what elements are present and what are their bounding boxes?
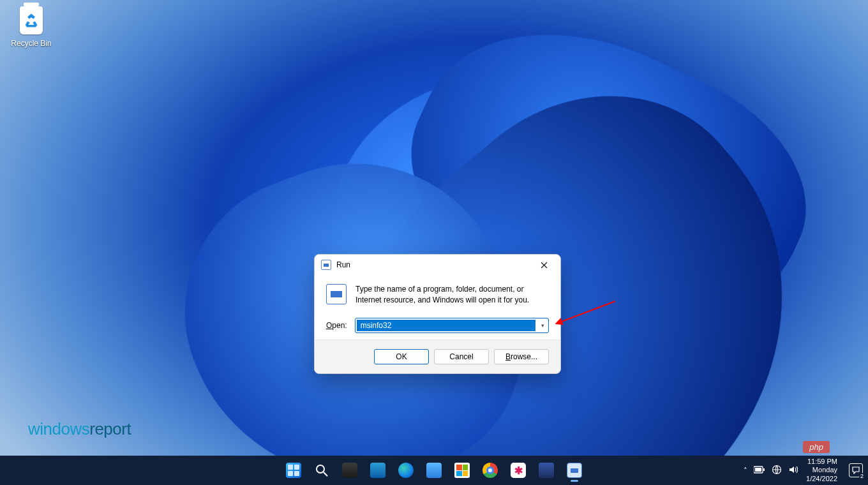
snipping-tool-button[interactable] [534, 458, 559, 483]
svg-point-1 [317, 465, 324, 473]
run-app-icon [321, 260, 331, 270]
start-button[interactable] [281, 458, 306, 483]
task-view-button[interactable] [337, 458, 363, 483]
run-dialog: Run Type the name of a program, folder, … [314, 254, 561, 374]
recycle-bin-label: Recycle Bin [11, 39, 51, 48]
chrome-button[interactable] [477, 458, 503, 483]
file-explorer-button[interactable] [421, 458, 447, 483]
search-button[interactable] [309, 458, 334, 483]
svg-rect-5 [763, 468, 765, 471]
notification-icon [852, 466, 860, 474]
system-tray: ˄ [744, 465, 798, 476]
notification-count: 2 [859, 473, 865, 479]
tray-chevron-icon[interactable]: ˄ [744, 466, 747, 475]
recycle-bin-icon[interactable]: Recycle Bin [9, 6, 54, 48]
ok-button[interactable]: OK [374, 349, 429, 364]
taskbar-center: ✱ [281, 458, 587, 483]
run-taskbar-button[interactable] [562, 458, 587, 483]
edge-button[interactable] [393, 458, 419, 483]
php-watermark: php [803, 441, 830, 453]
clock-time: 11:59 PM [806, 458, 837, 466]
taskbar-right: ˄ 11:59 PM Monday 1/24/2022 2 [744, 458, 863, 483]
volume-icon[interactable] [788, 465, 798, 476]
close-icon [541, 262, 548, 269]
run-button-row: OK Cancel Browse... [315, 340, 560, 373]
open-input[interactable] [357, 320, 535, 331]
cancel-button[interactable]: Cancel [434, 349, 489, 364]
close-button[interactable] [530, 255, 558, 274]
svg-rect-4 [755, 468, 761, 472]
desktop[interactable]: Recycle Bin windowsreport php Run Type t… [0, 0, 868, 485]
search-icon [314, 463, 329, 478]
recycle-icon [20, 6, 43, 34]
run-titlebar[interactable]: Run [315, 255, 560, 275]
network-icon[interactable] [772, 465, 782, 476]
widgets-button[interactable] [365, 458, 391, 483]
run-title: Run [336, 260, 350, 269]
taskbar-clock[interactable]: 11:59 PM Monday 1/24/2022 [806, 458, 837, 483]
run-dialog-icon [326, 284, 347, 304]
taskbar: ✱ ˄ 11:59 PM Monday 1/24/2022 [0, 456, 868, 485]
run-description: Type the name of a program, folder, docu… [355, 284, 549, 306]
clock-date: 1/24/2022 [806, 475, 837, 483]
battery-icon[interactable] [754, 466, 765, 475]
notification-button[interactable]: 2 [849, 463, 863, 477]
svg-line-2 [324, 472, 327, 476]
browse-button[interactable]: Browse... [494, 349, 549, 364]
clock-day: Monday [806, 466, 837, 474]
microsoft-store-button[interactable] [449, 458, 475, 483]
open-label: Open: [326, 321, 347, 330]
chevron-down-icon[interactable]: ▾ [537, 322, 548, 329]
watermark: windowsreport [28, 419, 131, 439]
slack-button[interactable]: ✱ [505, 458, 531, 483]
open-combobox[interactable]: ▾ [355, 318, 549, 333]
